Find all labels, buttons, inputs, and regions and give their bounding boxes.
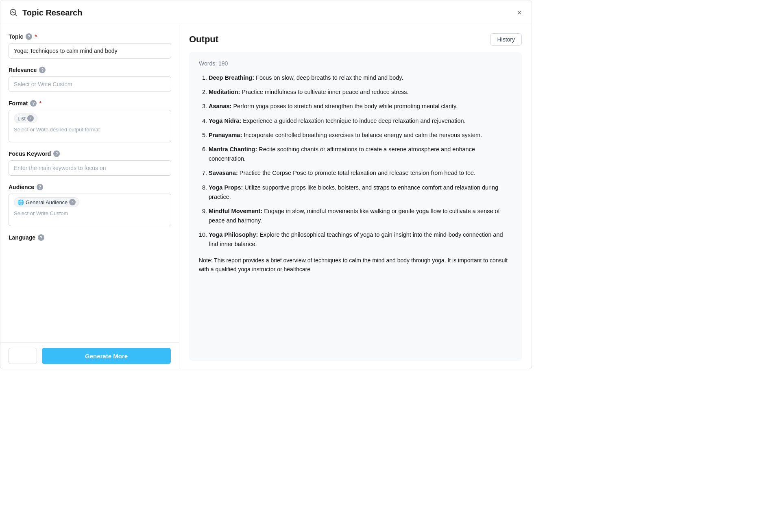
list-item: Deep Breathing: Focus on slow, deep brea… — [209, 73, 512, 83]
list-item: Savasana: Practice the Corpse Pose to pr… — [209, 168, 512, 178]
format-placeholder: Select or Write desired output format — [14, 126, 166, 133]
format-required: * — [39, 100, 41, 107]
app-title: Topic Research — [22, 8, 82, 17]
left-panel: Topic ? * Relevance ? Format ? * — [0, 25, 179, 342]
app-container: Topic Research × Topic ? * Relevance ? — [0, 0, 532, 369]
format-field-group: Format ? * List × Select or Write desire… — [9, 100, 171, 142]
format-help-icon[interactable]: ? — [30, 100, 37, 107]
list-item: Mantra Chanting: Recite soothing chants … — [209, 145, 512, 164]
number-stepper[interactable]: ▲ ▼ — [9, 348, 37, 364]
list-item: Pranayama: Incorporate controlled breath… — [209, 131, 512, 140]
audience-help-icon[interactable]: ? — [37, 184, 43, 190]
topic-required: * — [35, 33, 37, 40]
audience-field-group: Audience ? 🌐 General Audience × Select o… — [9, 184, 171, 226]
output-note: Note: This report provides a brief overv… — [199, 256, 512, 274]
header-left: Topic Research — [9, 8, 82, 17]
focus-keyword-help-icon[interactable]: ? — [53, 150, 60, 157]
format-tags-row: List × — [14, 113, 166, 123]
generate-more-button[interactable]: Generate More — [42, 348, 171, 364]
close-button[interactable]: × — [515, 7, 523, 18]
audience-tag-globe-icon: 🌐 — [17, 199, 24, 205]
audience-tag-remove[interactable]: × — [69, 199, 76, 205]
output-header: Output History — [189, 33, 522, 46]
topic-field-group: Topic ? * — [9, 33, 171, 59]
language-label: Language ? — [9, 234, 171, 241]
format-label: Format ? * — [9, 100, 171, 107]
language-field-group: Language ? — [9, 234, 171, 241]
list-item: Asanas: Perform yoga poses to stretch an… — [209, 102, 512, 111]
output-list: Deep Breathing: Focus on slow, deep brea… — [199, 73, 512, 249]
relevance-field-group: Relevance ? — [9, 67, 171, 92]
history-button[interactable]: History — [490, 33, 522, 46]
topic-help-icon[interactable]: ? — [26, 33, 32, 40]
output-content: Words: 190 Deep Breathing: Focus on slow… — [189, 52, 522, 361]
list-item: Yoga Philosophy: Explore the philosophic… — [209, 230, 512, 249]
format-tag-list: List × — [14, 113, 37, 123]
focus-keyword-label: Focus Keyword ? — [9, 150, 171, 157]
audience-label: Audience ? — [9, 184, 171, 190]
main-layout: Topic ? * Relevance ? Format ? * — [0, 25, 532, 369]
topic-research-icon — [9, 8, 18, 17]
left-wrapper: Topic ? * Relevance ? Format ? * — [0, 25, 179, 369]
format-tag-remove[interactable]: × — [27, 115, 34, 122]
focus-keyword-input[interactable] — [9, 160, 171, 176]
topic-label: Topic ? * — [9, 33, 171, 40]
audience-placeholder: Select or Write Custom — [14, 210, 166, 216]
format-tag-label: List — [17, 116, 26, 122]
audience-tag-general: 🌐 General Audience × — [14, 197, 79, 207]
right-panel: Output History Words: 190 Deep Breathing… — [179, 25, 532, 369]
list-item: Yoga Props: Utilize supportive props lik… — [209, 183, 512, 202]
audience-tags-row: 🌐 General Audience × — [14, 197, 166, 207]
header: Topic Research × — [0, 0, 532, 25]
audience-tag-label: General Audience — [26, 199, 68, 205]
list-item: Yoga Nidra: Experience a guided relaxati… — [209, 116, 512, 126]
format-tag-container: List × Select or Write desired output fo… — [9, 110, 171, 142]
topic-input[interactable] — [9, 43, 171, 59]
relevance-help-icon[interactable]: ? — [39, 67, 46, 73]
output-title: Output — [189, 34, 218, 45]
bottom-bar: ▲ ▼ Generate More — [0, 342, 179, 369]
words-count: Words: 190 — [199, 60, 512, 67]
focus-keyword-field-group: Focus Keyword ? — [9, 150, 171, 176]
relevance-label: Relevance ? — [9, 67, 171, 73]
list-item: Mindful Movement: Engage in slow, mindfu… — [209, 207, 512, 225]
language-help-icon[interactable]: ? — [38, 234, 44, 241]
audience-tag-container: 🌐 General Audience × Select or Write Cus… — [9, 194, 171, 226]
relevance-input[interactable] — [9, 76, 171, 92]
list-item: Meditation: Practice mindfulness to cult… — [209, 87, 512, 97]
stepper-value[interactable] — [9, 353, 37, 359]
